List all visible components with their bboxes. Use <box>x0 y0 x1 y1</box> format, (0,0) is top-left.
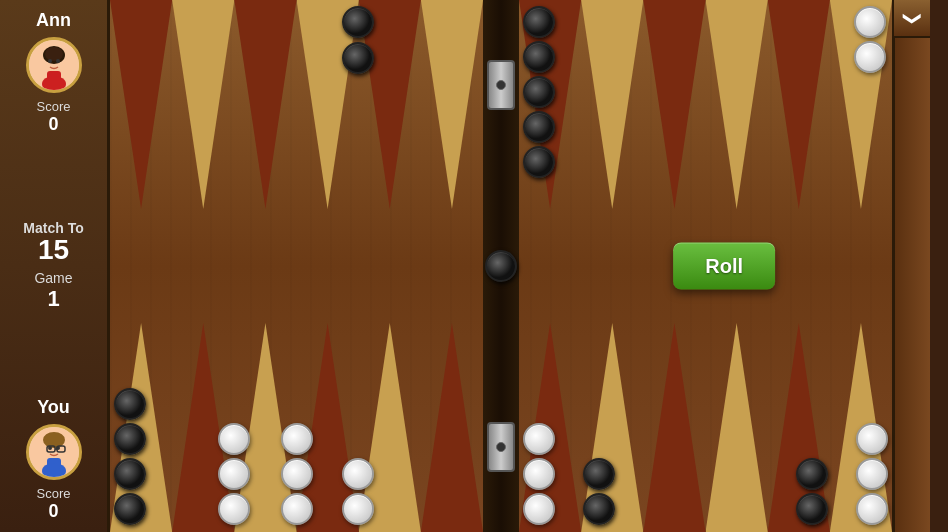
checker-black <box>523 76 555 108</box>
player2-section: You Score 0 <box>5 397 102 522</box>
checker-white <box>854 6 886 38</box>
checker-black <box>342 42 374 74</box>
checker-on-bar <box>485 250 517 282</box>
svg-point-3 <box>45 47 63 61</box>
checker-black <box>523 111 555 143</box>
hinge-bottom <box>487 422 515 472</box>
player1-score: 0 <box>48 114 58 135</box>
sidebar: Ann Score 0 Match To 15 Game 1 You <box>0 0 110 532</box>
checker-black <box>796 493 828 525</box>
checker-white <box>281 423 313 455</box>
svg-point-5 <box>56 59 60 63</box>
checker-white <box>856 458 888 490</box>
checker-white <box>281 493 313 525</box>
player1-avatar <box>26 37 82 93</box>
hinge-top <box>487 60 515 110</box>
checker-black <box>114 458 146 490</box>
checker-white <box>523 423 555 455</box>
checker-white <box>342 458 374 490</box>
checker-white <box>523 493 555 525</box>
match-to-value: 15 <box>38 236 69 264</box>
checker-black <box>523 41 555 73</box>
player1-name: Ann <box>36 10 71 31</box>
game-board: Roll ❯ <box>110 0 930 532</box>
checker-white <box>281 458 313 490</box>
checker-white <box>856 423 888 455</box>
player1-section: Ann Score 0 <box>5 10 102 135</box>
player2-avatar <box>26 424 82 480</box>
player2-name: You <box>37 397 70 418</box>
checker-black <box>583 458 615 490</box>
you-avatar-svg <box>29 427 79 477</box>
checker-white <box>218 458 250 490</box>
game-value: 1 <box>47 286 59 312</box>
board-right-panel <box>892 0 930 532</box>
checker-white <box>342 493 374 525</box>
game-label: Game <box>34 270 72 286</box>
roll-button[interactable]: Roll <box>673 243 775 290</box>
checker-black <box>523 146 555 178</box>
checker-white <box>523 458 555 490</box>
checker-black <box>114 493 146 525</box>
checker-white <box>856 493 888 525</box>
checker-white <box>218 493 250 525</box>
checker-black <box>342 6 374 38</box>
player2-score-label: Score <box>37 486 71 501</box>
checker-white <box>854 41 886 73</box>
checker-black <box>114 388 146 420</box>
board-center-bar <box>483 0 519 532</box>
checker-black <box>583 493 615 525</box>
player1-score-label: Score <box>37 99 71 114</box>
svg-point-4 <box>48 59 52 63</box>
checker-black <box>523 6 555 38</box>
player2-score: 0 <box>48 501 58 522</box>
checker-white <box>218 423 250 455</box>
board-left-half <box>110 0 483 532</box>
checker-black <box>114 423 146 455</box>
chevron-button[interactable]: ❯ <box>892 0 930 38</box>
match-info: Match To 15 Game 1 <box>23 135 83 397</box>
ann-avatar-svg <box>29 40 79 90</box>
checker-black <box>796 458 828 490</box>
board-right-half: Roll <box>519 0 892 532</box>
